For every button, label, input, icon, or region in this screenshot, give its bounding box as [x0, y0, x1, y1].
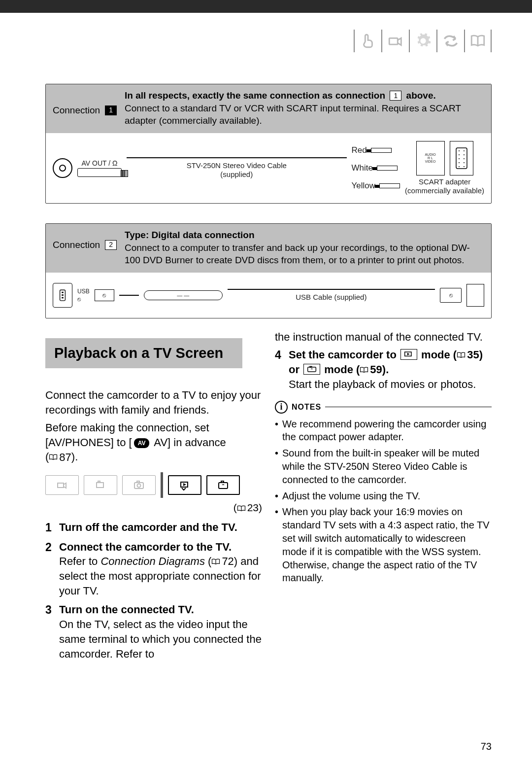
- svg-rect-15: [62, 297, 64, 298]
- usb-device-icon: [466, 284, 484, 307]
- mode-ref: ( 23): [45, 501, 262, 515]
- rca-split: Red White Yellow: [352, 145, 400, 191]
- svg-point-8: [459, 162, 460, 163]
- right-column: the instruction manual of the connected …: [275, 330, 492, 665]
- gear-icon: [409, 30, 436, 52]
- mode-rec-photo-icon: [122, 475, 156, 495]
- svg-point-11: [464, 166, 465, 167]
- av-pill-icon: AV: [134, 438, 150, 448]
- play-movie-mode-icon: [400, 349, 417, 360]
- usb-port-icon: [53, 283, 72, 308]
- stv-cable-name: STV-250N Stereo Video Cable: [187, 161, 287, 170]
- step-3: 3 Turn on the connected TV. On the TV, s…: [45, 602, 262, 662]
- connection-1-label: Connection 1: [53, 89, 116, 117]
- svg-point-2: [459, 150, 460, 151]
- play-photo-mode-icon: [303, 364, 320, 375]
- usb-a-plug-icon: ⎋: [95, 289, 114, 301]
- page-number: 73: [481, 741, 492, 752]
- rca-plug-icon: [379, 183, 400, 188]
- camcorder-point-icon: [381, 30, 409, 52]
- svg-rect-0: [389, 38, 398, 44]
- conn2-type: Type: Digital data connection: [125, 229, 484, 242]
- hand-point-icon: [354, 30, 381, 52]
- svg-point-4: [459, 154, 460, 155]
- rca-plug-icon: [371, 148, 392, 153]
- list-item: We recommend powering the camcorder usin…: [275, 418, 492, 444]
- conn1-bold-post: above.: [406, 90, 436, 101]
- av-out-label: AV OUT /: [82, 159, 111, 167]
- mode-play-movie-icon: [168, 475, 201, 495]
- svg-rect-18: [98, 481, 100, 483]
- svg-rect-1: [456, 148, 467, 169]
- usb-trident-icon: ⎋: [77, 296, 81, 303]
- connection-label-text: Connection: [53, 104, 100, 117]
- section-title: Playback on a TV Screen: [54, 345, 233, 361]
- info-icon: i: [275, 401, 288, 414]
- connection-1-badge: 1: [105, 105, 117, 115]
- svg-point-3: [464, 150, 465, 151]
- notes-header: i NOTES: [275, 401, 492, 414]
- conn1-bold-pre: In all respects, exactly the same connec…: [125, 90, 385, 101]
- stv-supplied: (supplied): [220, 170, 253, 179]
- connection-2-label: Connection 2: [53, 229, 116, 251]
- intro-2: Before making the connection, set [AV/PH…: [45, 420, 262, 465]
- plug-icon: [77, 168, 122, 177]
- step-4: 4 Set the camcorder to mode ( 35) or mod…: [275, 348, 492, 392]
- connection-1-box: Connection 1 In all respects, exactly th…: [45, 84, 492, 204]
- conn2-desc: Connect to a computer to transfer and ba…: [125, 242, 484, 267]
- top-bar: [0, 0, 532, 13]
- notes-list: We recommend powering the camcorder usin…: [275, 418, 492, 585]
- step-2: 2 Connect the camcorder to the TV. Refer…: [45, 540, 262, 599]
- notes-label: NOTES: [292, 402, 321, 413]
- svg-rect-17: [97, 483, 103, 488]
- usb-cable-name: USB Cable (supplied): [296, 293, 366, 302]
- conn2-diagram: USB ⎋ ⎋ — — USB Cable (supplied) ⎋: [46, 273, 491, 318]
- svg-point-10: [459, 166, 460, 167]
- scart-adapter-icon: AUDIOR LVIDEO: [416, 141, 445, 175]
- svg-rect-16: [58, 483, 64, 488]
- rca-white: White: [352, 163, 373, 173]
- arrows-icon: [436, 30, 464, 52]
- step3-cont: the instruction manual of the connected …: [275, 330, 492, 345]
- av-out-jack-icon: [53, 158, 72, 178]
- scart-sub: (commercially available): [405, 186, 484, 195]
- mode-play-photo-icon: [206, 475, 240, 495]
- rca-red: Red: [352, 145, 367, 155]
- mode-rec-movie-icon: [45, 475, 79, 495]
- svg-point-7: [464, 158, 465, 159]
- intro-1: Connect the camcorder to a TV to enjoy y…: [45, 388, 262, 418]
- svg-point-6: [459, 158, 460, 159]
- svg-rect-25: [308, 367, 316, 372]
- ref-badge-1: 1: [390, 91, 401, 101]
- connection-label-text: Connection: [53, 239, 100, 251]
- usb-b-plug-icon: ⎋: [440, 288, 462, 303]
- usb-text: USB: [77, 288, 90, 295]
- list-item: Adjust the volume using the TV.: [275, 489, 492, 503]
- book-icon: [464, 30, 492, 52]
- rca-plug-icon: [377, 166, 398, 171]
- usb-ferrite-icon: — —: [144, 290, 223, 300]
- left-column: Connect the camcorder to a TV to enjoy y…: [45, 388, 262, 665]
- book-ref-87: 87: [49, 450, 71, 465]
- list-item: Sound from the built-in speaker will be …: [275, 447, 492, 486]
- section-title-box: Playback on a TV Screen: [45, 338, 242, 368]
- svg-point-20: [137, 484, 141, 488]
- scart-connector-icon: [450, 141, 473, 175]
- mode-bar: [45, 472, 262, 498]
- svg-point-9: [464, 162, 465, 163]
- connection-2-box: Connection 2 Type: Digital data connecti…: [45, 223, 492, 318]
- svg-point-5: [464, 154, 465, 155]
- connection-2-badge: 2: [105, 240, 117, 250]
- svg-rect-14: [62, 294, 64, 296]
- mode-divider: [161, 472, 163, 498]
- scart-label: SCART adapter: [419, 177, 470, 186]
- headphone-icon: Ω: [112, 159, 117, 167]
- svg-rect-23: [219, 483, 228, 489]
- svg-rect-21: [137, 481, 139, 483]
- conn1-diagram: AV OUT / Ω STV-250N Stereo Video Cable (…: [46, 133, 491, 203]
- mode-rec-movie2-icon: [84, 475, 117, 495]
- conn1-desc: Connect to a standard TV or VCR with SCA…: [125, 102, 484, 127]
- rca-yellow: Yellow: [352, 181, 376, 191]
- step-1: 1 Turn off the camcorder and the TV.: [45, 520, 262, 535]
- list-item: When you play back your 16:9 movies on s…: [275, 505, 492, 585]
